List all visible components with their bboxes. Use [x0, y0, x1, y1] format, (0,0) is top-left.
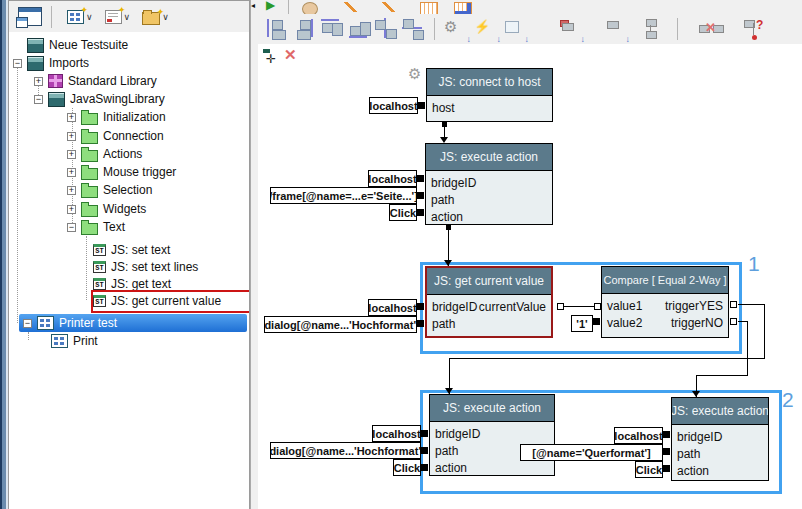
input-pin[interactable] — [593, 318, 600, 325]
tree-item-standard-library[interactable]: + Standard Library — [34, 72, 157, 90]
move-widget-icon[interactable]: ✛ — [266, 52, 276, 66]
collapse-expander-icon[interactable]: − — [13, 59, 22, 68]
input-pin[interactable] — [417, 320, 424, 327]
pen-minus-icon[interactable] — [344, 2, 357, 12]
block-header[interactable]: JS: get current value — [427, 268, 551, 295]
align-bottom-button[interactable] — [346, 16, 372, 42]
pin-value-box[interactable]: /dialog[@name...'Hochformat'] — [264, 316, 417, 333]
expand-expander-icon[interactable]: + — [34, 77, 43, 86]
pin-value-box[interactable]: localhost — [372, 425, 421, 442]
input-pin[interactable] — [418, 102, 425, 109]
block-js-execute-action-1[interactable]: JS: execute action bridgeID path action — [425, 143, 553, 225]
align-top-button[interactable] — [318, 16, 344, 42]
tree-item-imports[interactable]: − Imports — [13, 54, 89, 72]
block-compare-equal-2way[interactable]: Compare [ Equal 2-Way ] value1 triggerYE… — [601, 266, 729, 338]
pin-value-box[interactable]: /frame[@name=...e='Seite...'] — [270, 187, 417, 204]
collapse-arrow-icon[interactable]: ◂ — [251, 2, 255, 10]
tree-item-initialization[interactable]: + Initialization — [67, 108, 166, 126]
open-folder-icon — [81, 223, 98, 235]
new-testcase-button[interactable]: ✦ ∨ — [64, 8, 96, 26]
tree-item-neue-testsuite[interactable]: Neue Testsuite — [27, 36, 128, 54]
output-port[interactable] — [730, 301, 737, 308]
block-header[interactable]: JS: execute action — [430, 395, 554, 422]
connector-button[interactable] — [640, 16, 666, 42]
pin-value-box[interactable]: [@name='Querformat'] — [520, 444, 663, 461]
tree-item-js-set-text-lines[interactable]: ST JS: set text lines — [93, 258, 198, 276]
pin-value-box[interactable]: localhost — [368, 299, 417, 316]
tree-item-js-set-text[interactable]: ST JS: set text — [93, 241, 170, 259]
delete-icon[interactable]: ✕ — [284, 46, 297, 64]
input-pin[interactable] — [421, 430, 428, 437]
tree-item-printer-test[interactable]: − Printer test — [23, 314, 117, 332]
expand-expander-icon[interactable]: + — [67, 205, 76, 214]
pin-value-box[interactable]: localhost — [369, 97, 418, 114]
input-pin[interactable] — [421, 464, 428, 471]
expand-expander-icon[interactable]: + — [67, 186, 76, 195]
align-left-button[interactable] — [264, 16, 290, 42]
tree-item-actions[interactable]: + Actions — [67, 145, 142, 163]
input-pin[interactable] — [417, 209, 424, 216]
input-pin[interactable] — [417, 192, 424, 199]
expand-expander-icon[interactable]: + — [67, 132, 76, 141]
insert-comment-button[interactable]: ↓ — [502, 16, 528, 42]
block-js-connect-to-host[interactable]: JS: connect to host host — [426, 68, 553, 122]
expand-expander-icon[interactable]: + — [67, 150, 76, 159]
run-button[interactable]: ▶ — [266, 0, 275, 12]
block-header[interactable]: Compare [ Equal 2-Way ] — [602, 267, 728, 294]
align-shape — [272, 30, 286, 40]
align-shape — [386, 29, 397, 39]
folder-icon — [81, 186, 98, 198]
input-pin[interactable] — [417, 303, 424, 310]
block-header[interactable]: JS: execute action — [672, 398, 768, 425]
diagram-canvas[interactable]: ✛ ✕ ⚙ 1 2 JS: connect to host host local… — [258, 44, 802, 509]
input-pin[interactable] — [417, 175, 424, 182]
new-list-button[interactable]: ✦ ∨ — [102, 8, 134, 26]
block-js-get-current-value[interactable]: JS: get current value bridgeID currentVa… — [425, 266, 553, 338]
tree-item-javaswinglibrary[interactable]: − JavaSwingLibrary — [34, 90, 165, 108]
pin-value-box[interactable]: localhost — [368, 170, 417, 187]
align-right-button[interactable] — [291, 16, 317, 42]
tree-item-connection[interactable]: + Connection — [67, 127, 164, 145]
block-header[interactable]: JS: execute action — [426, 144, 552, 171]
insert-input-pin-button[interactable]: ↓ — [558, 16, 584, 42]
tree-item-print[interactable]: Print — [51, 332, 98, 350]
pin-value-box[interactable]: localhost — [614, 427, 663, 444]
align-shape — [272, 20, 283, 30]
input-pin[interactable] — [663, 465, 670, 472]
expand-expander-icon[interactable]: + — [67, 168, 76, 177]
insert-output-pin-button[interactable]: ↓ — [603, 16, 629, 42]
output-port[interactable] — [730, 318, 737, 325]
input-pin[interactable] — [663, 431, 670, 438]
output-port[interactable] — [557, 303, 564, 310]
insert-step-button[interactable]: ⚙ ↓ — [444, 16, 470, 42]
align-vcenter-button[interactable] — [400, 16, 426, 42]
tree-item-label: Print — [73, 334, 98, 348]
pin-value-box[interactable]: /dialog[@name...'Hochformat'] — [270, 442, 421, 459]
block-js-execute-action-2[interactable]: JS: execute action bridgeID path action — [429, 394, 555, 476]
block-js-execute-action-3[interactable]: JS: execute action bridgeID path action — [671, 397, 769, 481]
star-icon: ✦ — [157, 7, 165, 17]
pin-value-box[interactable]: Click — [635, 461, 663, 478]
check-connection-button[interactable]: ? — [743, 16, 769, 42]
new-folder-button[interactable]: ✦ ∨ — [139, 7, 172, 27]
expand-expander-icon[interactable]: + — [67, 113, 76, 122]
pin-value-box[interactable]: Click — [389, 204, 417, 221]
input-pin[interactable] — [663, 448, 670, 455]
tree-item-text[interactable]: − Text — [67, 218, 125, 236]
collapse-expander-icon[interactable]: − — [67, 223, 76, 232]
input-port[interactable] — [594, 303, 601, 310]
align-hcenter-button[interactable] — [373, 16, 399, 42]
collapse-expander-icon[interactable]: − — [23, 319, 32, 328]
tree-item-mouse-trigger[interactable]: + Mouse trigger — [67, 163, 176, 181]
tree-item-widgets[interactable]: + Widgets — [67, 200, 146, 218]
tree-item-selection[interactable]: + Selection — [67, 181, 152, 199]
pin-value-box[interactable]: Click — [393, 459, 421, 476]
block-header[interactable]: JS: connect to host — [427, 69, 552, 96]
insert-trigger-button[interactable]: ⚡ ↓ — [474, 16, 500, 42]
input-pin[interactable] — [421, 447, 428, 454]
app-window-button[interactable] — [15, 5, 45, 28]
collapse-expander-icon[interactable]: − — [34, 95, 43, 104]
pin-value-box[interactable]: '1' — [571, 315, 593, 332]
pen-star-icon[interactable] — [382, 2, 395, 12]
delete-connection-button[interactable]: ✕ — [698, 16, 724, 42]
